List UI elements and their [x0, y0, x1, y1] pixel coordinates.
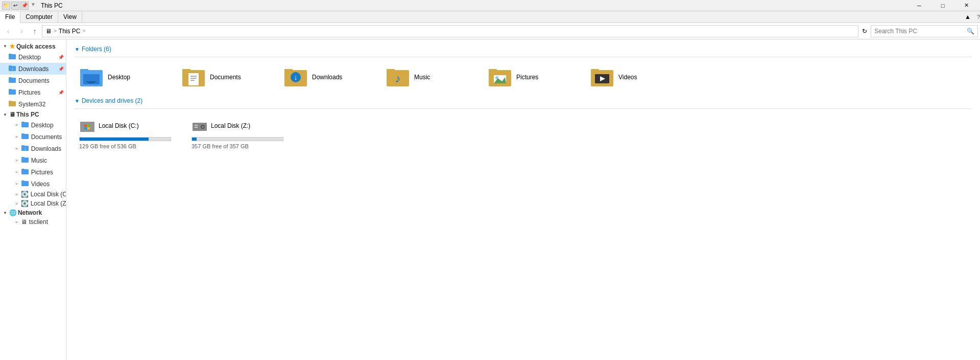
drive-c-bar	[80, 138, 149, 141]
thispc-pictures-label: Pictures	[31, 169, 53, 176]
sidebar-item-thispc-desktop[interactable]: > Desktop	[0, 119, 66, 131]
svg-rect-21	[21, 169, 25, 170]
devices-section-header[interactable]: ▼ Devices and drives (2)	[75, 97, 972, 104]
folders-section-label: Folders (6)	[82, 46, 111, 53]
drive-z-name: Local Disk (Z:)	[211, 122, 250, 129]
drive-c-header: Local Disk (C:)	[79, 118, 182, 134]
sidebar-item-pictures-label: Pictures	[18, 89, 40, 96]
main-layout: ▼ ★ Quick access Desktop 📌 ↓ Downloads 📌…	[0, 39, 980, 360]
quick-access-icon[interactable]: 📁	[2, 2, 10, 10]
minimize-button[interactable]: ─	[907, 0, 931, 11]
search-box[interactable]: 🔍	[871, 25, 978, 37]
folder-desktop-label: Desktop	[108, 74, 130, 81]
svg-point-62	[202, 126, 204, 128]
devices-chevron: ▼	[75, 98, 80, 104]
drive-z[interactable]: Local Disk (Z:) 357 GB free of 357 GB	[187, 113, 299, 154]
search-input[interactable]	[874, 28, 967, 35]
up-button[interactable]: ↑	[29, 25, 41, 37]
svg-text:♪: ♪	[395, 72, 401, 85]
folder-documents[interactable]: Documents	[177, 61, 279, 93]
path-segment-computer: 🖥	[45, 28, 52, 35]
forward-button[interactable]: ›	[15, 25, 28, 37]
sidebar-item-thispc-videos[interactable]: > Videos	[0, 178, 66, 190]
drive-c[interactable]: Local Disk (C:) 129 GB free of 536 GB	[75, 113, 187, 154]
back-button[interactable]: ‹	[2, 25, 14, 37]
thispc-desktop-label: Desktop	[31, 122, 54, 129]
address-path[interactable]: 🖥 > This PC >	[42, 25, 858, 37]
sidebar-item-system32[interactable]: System32	[0, 98, 66, 110]
sidebar-item-thispc-localc[interactable]: > 💽 Local Disk (C:)	[0, 190, 66, 199]
thispc-desktop-icon	[21, 120, 29, 130]
quick-access-header[interactable]: ▼ ★ Quick access	[0, 41, 66, 51]
window-controls: ─ □ ✕	[907, 0, 978, 11]
folders-grid: Desktop Documents	[75, 61, 972, 93]
sidebar-item-downloads-quick[interactable]: ↓ Downloads 📌	[0, 63, 66, 75]
desktop-folder-icon	[8, 52, 16, 62]
this-pc-header[interactable]: ▼ 🖥 This PC	[0, 110, 66, 119]
sidebar-item-documents-label: Documents	[18, 77, 50, 84]
quick-access-toggle[interactable]: ▼	[2, 44, 8, 49]
undo-icon[interactable]: ↩	[11, 2, 19, 10]
help-icon[interactable]: ?	[977, 11, 980, 22]
thispc-videos-toggle[interactable]: >	[14, 182, 19, 186]
sidebar-item-thispc-music[interactable]: > Music	[0, 154, 66, 166]
thispc-localc-label: Local Disk (C:)	[31, 191, 66, 198]
folder-videos[interactable]: Videos	[585, 61, 687, 93]
refresh-button[interactable]: ↻	[859, 25, 870, 37]
drive-z-bar-container	[192, 137, 283, 141]
thispc-localc-toggle[interactable]: >	[14, 192, 19, 197]
thispc-videos-icon	[21, 179, 29, 189]
sidebar-item-desktop-quick[interactable]: Desktop 📌	[0, 51, 66, 63]
folders-section-header[interactable]: ▼ Folders (6)	[75, 46, 972, 53]
sidebar-item-thispc-documents[interactable]: > Documents	[0, 131, 66, 143]
ribbon-expand-button[interactable]: ▲	[961, 11, 975, 22]
thispc-documents-toggle[interactable]: >	[14, 134, 19, 139]
svg-rect-8	[9, 89, 12, 90]
sidebar: ▼ ★ Quick access Desktop 📌 ↓ Downloads 📌…	[0, 39, 66, 360]
sidebar-item-thispc-localz[interactable]: > 💽 Local Disk (Z:)	[0, 199, 66, 208]
network-header[interactable]: ▼ 🌐 Network	[0, 208, 66, 217]
svg-rect-29	[88, 82, 94, 83]
close-button[interactable]: ✕	[954, 0, 978, 11]
drives-grid: Local Disk (C:) 129 GB free of 536 GB	[75, 113, 972, 154]
folder-downloads[interactable]: ↓ Downloads	[279, 61, 381, 93]
thispc-localz-toggle[interactable]: >	[14, 201, 19, 206]
folder-desktop[interactable]: Desktop	[75, 61, 177, 93]
system32-folder-icon	[8, 99, 16, 109]
thispc-localc-icon: 💽	[21, 191, 29, 198]
devices-divider	[75, 108, 972, 109]
thispc-pictures-toggle[interactable]: >	[14, 170, 19, 174]
pictures-folder-icon	[8, 87, 16, 97]
sidebar-item-thispc-pictures[interactable]: > Pictures	[0, 166, 66, 178]
sidebar-item-tsclient[interactable]: > 🖥 tsclient	[0, 217, 66, 227]
maximize-button[interactable]: □	[931, 0, 954, 11]
thispc-music-toggle[interactable]: >	[14, 158, 19, 163]
pin-icon[interactable]: 📌	[20, 2, 29, 10]
sidebar-item-documents-quick[interactable]: Documents	[0, 75, 66, 86]
folder-music-label: Music	[414, 74, 430, 81]
tab-view[interactable]: View	[58, 11, 82, 22]
tab-file[interactable]: File	[0, 11, 20, 23]
tab-computer[interactable]: Computer	[20, 11, 58, 22]
svg-rect-0	[9, 54, 16, 59]
folder-downloads-icon: ↓	[283, 65, 308, 89]
folder-music[interactable]: ♪ Music	[381, 61, 483, 93]
dropdown-arrow[interactable]: ▼	[30, 2, 37, 10]
svg-rect-23	[21, 181, 25, 182]
drive-c-bar-container	[79, 137, 171, 141]
thispc-music-label: Music	[31, 157, 47, 164]
drive-z-header: Local Disk (Z:)	[192, 118, 295, 134]
thispc-localz-icon: 💽	[21, 200, 29, 207]
tsclient-toggle[interactable]: >	[14, 220, 19, 224]
sidebar-item-thispc-downloads[interactable]: > ↓ Downloads	[0, 143, 66, 154]
folder-pictures[interactable]: Pictures	[483, 61, 585, 93]
thispc-desktop-toggle[interactable]: >	[14, 123, 19, 127]
sidebar-item-pictures-quick[interactable]: Pictures 📌	[0, 86, 66, 98]
svg-rect-32	[188, 73, 199, 85]
pin-icon-pictures: 📌	[58, 90, 64, 95]
thispc-downloads-toggle[interactable]: >	[14, 146, 19, 151]
pin-icon-desktop: 📌	[58, 55, 64, 60]
svg-rect-37	[284, 69, 293, 72]
network-toggle[interactable]: ▼	[2, 211, 8, 215]
this-pc-toggle[interactable]: ▼	[2, 112, 8, 117]
